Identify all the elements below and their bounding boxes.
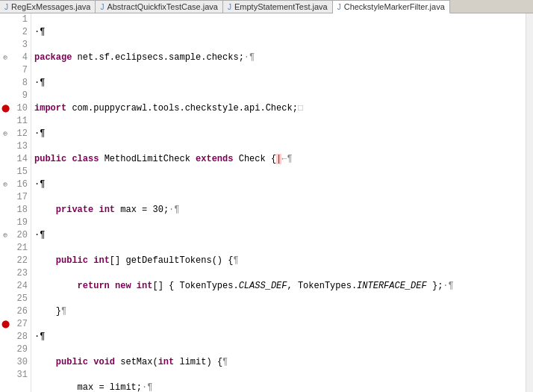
- code-line-11: return new int[] { TokenTypes.CLASS_DEF,…: [34, 280, 523, 293]
- ln-24: 26: [12, 305, 28, 318]
- ln-18: 20: [12, 229, 28, 242]
- gm-2: [0, 26, 10, 39]
- java-icon-3: J: [228, 3, 231, 11]
- gm-22: [0, 280, 10, 293]
- code-line-13: ·¶: [34, 331, 523, 343]
- gm-27: [0, 343, 10, 356]
- code-line-2: package net.sf.eclipsecs.sample.checks;·…: [34, 52, 523, 64]
- code-content[interactable]: ·¶ package net.sf.eclipsecs.sample.check…: [31, 13, 526, 392]
- gm-17: [0, 217, 10, 229]
- tab-label-1: RegExMessages.java: [11, 2, 90, 11]
- gutter-markers: ⊕ ⬤ ⊕ ⊕ ⊕ ⬤: [0, 13, 10, 392]
- tab-bar: J RegExMessages.java J AbstractQuickfixT…: [0, 0, 533, 13]
- gm-28: [0, 356, 10, 369]
- code-line-14: public void setMax(int limit) {¶: [34, 356, 523, 369]
- gm-29: [0, 369, 10, 382]
- ln-29: 31: [12, 369, 28, 382]
- tab-label-3: EmptyStatementTest.java: [234, 2, 328, 11]
- ln-6: 8: [12, 77, 28, 90]
- ln-21: 23: [12, 267, 28, 280]
- ln-25: 27: [12, 318, 28, 331]
- tab-emptystatement[interactable]: J EmptyStatementTest.java: [223, 0, 333, 13]
- code-line-9: ·¶: [34, 229, 523, 242]
- gm-20: [0, 255, 10, 267]
- ln-26: 28: [12, 331, 28, 343]
- tab-label-4: CheckstyleMarkerFilter.java: [344, 2, 445, 11]
- code-line-1: ·¶: [34, 26, 523, 39]
- ln-10: 12: [12, 128, 28, 140]
- java-icon-2: J: [100, 3, 104, 11]
- ln-14: 16: [12, 178, 28, 191]
- gm-9: [0, 115, 10, 128]
- ln-17: 19: [12, 217, 28, 229]
- gm-11: [0, 140, 10, 153]
- ln-27: 29: [12, 343, 28, 356]
- ln-11: 13: [12, 140, 28, 153]
- gm-4[interactable]: ⊕: [0, 52, 10, 64]
- ln-20: 22: [12, 255, 28, 267]
- tab-checkstylemarker[interactable]: J CheckstyleMarkerFilter.java: [333, 0, 450, 13]
- ln-15: 17: [12, 191, 28, 204]
- gm-13: [0, 166, 10, 178]
- gm-3: [0, 39, 10, 52]
- ln-7: 9: [12, 90, 28, 102]
- code-area: ⊕ ⬤ ⊕ ⊕ ⊕ ⬤: [0, 13, 533, 392]
- gm-30: [0, 382, 10, 392]
- gm-15: [0, 191, 10, 204]
- gm-24: [0, 305, 10, 318]
- tab-regexmessages[interactable]: J RegExMessages.java: [0, 0, 96, 13]
- gm-10[interactable]: ⊕: [0, 128, 10, 140]
- line-numbers: 1 2 3 4 7 8 9 10 11 12 13 14 15 16 17 18…: [10, 13, 31, 392]
- code-line-10: public int[] getDefaultTokens() {¶: [34, 255, 523, 267]
- ln-28: 30: [12, 356, 28, 369]
- ln-5: 7: [12, 64, 28, 77]
- ln-1: 1: [12, 13, 28, 26]
- code-line-5: ·¶: [34, 128, 523, 140]
- gm-6: [0, 77, 10, 90]
- editor: J RegExMessages.java J AbstractQuickfixT…: [0, 0, 533, 392]
- gm-23: [0, 293, 10, 305]
- ln-13: 15: [12, 166, 28, 178]
- gm-7: [0, 90, 10, 102]
- gm-16: [0, 204, 10, 217]
- code-line-7: ·¶: [34, 178, 523, 191]
- gm-1: [0, 13, 10, 26]
- tab-label-2: AbstractQuickfixTestCase.java: [107, 2, 218, 11]
- ln-3: 3: [12, 39, 28, 52]
- ln-22: 24: [12, 280, 28, 293]
- ln-4: 4: [12, 52, 28, 64]
- gm-14[interactable]: ⊕: [0, 178, 10, 191]
- gm-25: ⬤: [0, 318, 10, 331]
- gm-26: [0, 331, 10, 343]
- ln-2: 2: [12, 26, 28, 39]
- java-icon-1: J: [4, 3, 8, 11]
- scrollbar-vertical[interactable]: [526, 13, 533, 392]
- code-line-6: public class MethodLimitCheck extends Ch…: [34, 153, 523, 166]
- code-line-3: ·¶: [34, 77, 523, 90]
- java-icon-4: J: [337, 3, 341, 11]
- ln-16: 18: [12, 204, 28, 217]
- ln-23: 25: [12, 293, 28, 305]
- gm-19: [0, 242, 10, 255]
- code-line-8: private int max = 30;·¶: [34, 204, 523, 217]
- code-line-12: }¶: [34, 305, 523, 318]
- code-line-15: max = limit;·¶: [34, 382, 523, 392]
- code-line-4: import com.puppycrawl.tools.checkstyle.a…: [34, 102, 523, 115]
- tab-abstractquickfix[interactable]: J AbstractQuickfixTestCase.java: [96, 0, 223, 13]
- gm-18[interactable]: ⊕: [0, 229, 10, 242]
- gm-5: [0, 64, 10, 77]
- gm-21: [0, 267, 10, 280]
- gm-8: ⬤: [0, 102, 10, 115]
- ln-12: 14: [12, 153, 28, 166]
- ln-9: 11: [12, 115, 28, 128]
- gm-12: [0, 153, 10, 166]
- ln-8: 10: [12, 102, 28, 115]
- ln-19: 21: [12, 242, 28, 255]
